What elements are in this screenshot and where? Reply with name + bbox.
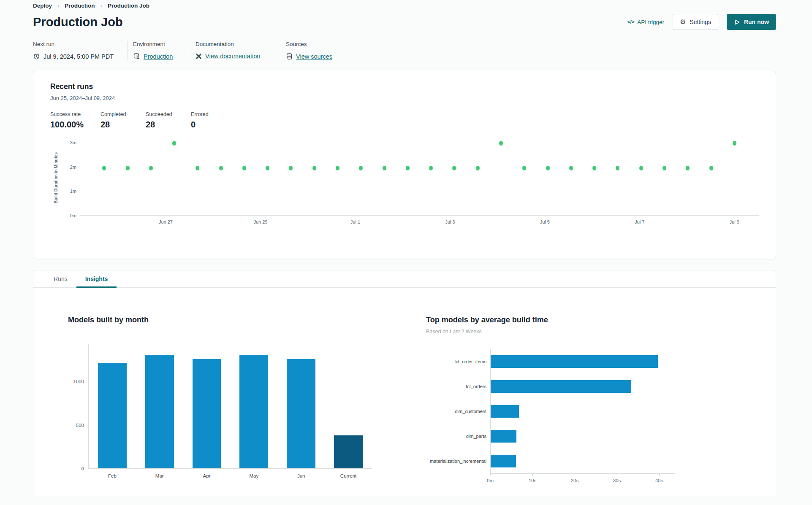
- month-y-tick: 0: [81, 466, 84, 471]
- month-y-tick: 1000: [73, 379, 84, 384]
- bar[interactable]: [491, 455, 516, 467]
- bar[interactable]: [239, 355, 268, 468]
- run-duration-dot[interactable]: [359, 166, 363, 170]
- scatter-x-tick: Jun 27: [159, 219, 173, 224]
- month-bar-jun: Jun: [287, 344, 315, 468]
- top-chart-x-axis: 0m10s20s30s40s: [490, 473, 675, 488]
- top-models-chart: Top models by average build time Based o…: [426, 316, 679, 488]
- job-info-row: Next run Jul 9, 2024, 5:00 PM PDT Enviro…: [33, 41, 776, 60]
- stat-succeeded: Succeeded 28: [146, 111, 191, 130]
- scatter-y-tick: 2m: [70, 165, 76, 170]
- page-title: Production Job: [33, 15, 123, 29]
- environment-link[interactable]: Production: [144, 53, 173, 60]
- scatter-x-tick: Jul 5: [540, 219, 550, 224]
- bar[interactable]: [98, 363, 127, 468]
- top-models-plot-area: fct_order_itemsfct_ordersdim_customersdi…: [426, 349, 679, 488]
- recent-runs-stats: Success rate 100.00% Completed 28 Succee…: [50, 111, 759, 130]
- breadcrumb-item-deploy[interactable]: Deploy: [33, 3, 52, 9]
- top-x-tick: 10s: [529, 478, 537, 483]
- database-icon: [286, 53, 293, 60]
- tab-runs[interactable]: Runs: [45, 270, 76, 287]
- run-duration-dot[interactable]: [522, 166, 526, 170]
- run-duration-dot[interactable]: [242, 166, 246, 170]
- top-x-tick: 20s: [571, 478, 579, 483]
- bar[interactable]: [193, 359, 221, 468]
- job-detail-card: Runs Insights Models built by month 0500…: [33, 270, 776, 496]
- models-built-title: Models built by month: [68, 316, 380, 324]
- build-duration-chart: Build Duration in Minutes 0m1m2m3m Jun 2…: [50, 140, 759, 216]
- run-duration-dot[interactable]: [266, 166, 269, 170]
- run-duration-dot[interactable]: [289, 166, 293, 170]
- run-duration-dot[interactable]: [172, 141, 176, 146]
- next-run-value: Jul 9, 2024, 5:00 PM PDT: [43, 53, 114, 60]
- month-bar-mar: Mar: [145, 344, 174, 468]
- month-chart-plot-area: FebMarAprMayJunCurrent: [88, 344, 372, 469]
- run-duration-dot[interactable]: [149, 166, 153, 170]
- bar[interactable]: [145, 355, 174, 468]
- scatter-y-tick: 0m: [70, 213, 76, 218]
- run-duration-dot[interactable]: [219, 166, 223, 170]
- month-x-label: May: [250, 473, 259, 478]
- scatter-x-tick: Jul 9: [730, 219, 739, 224]
- run-duration-dot[interactable]: [686, 166, 690, 170]
- run-now-label: Run now: [744, 19, 769, 25]
- documentation-label: Documentation: [196, 41, 281, 47]
- run-duration-dot[interactable]: [406, 166, 410, 170]
- environment-label: Environment: [133, 41, 189, 47]
- settings-button[interactable]: ⚙ Settings: [673, 14, 718, 30]
- run-duration-dot[interactable]: [733, 141, 736, 146]
- bar[interactable]: [491, 355, 658, 368]
- bar[interactable]: [334, 435, 363, 468]
- bar[interactable]: [491, 405, 519, 418]
- top-x-tick: 0m: [487, 478, 494, 483]
- top-model-row: fct_orders: [426, 374, 679, 399]
- run-duration-dot[interactable]: [429, 166, 433, 170]
- clock-icon: [33, 53, 40, 60]
- run-duration-dot[interactable]: [592, 166, 596, 170]
- scatter-x-tick: Jul 7: [635, 219, 644, 224]
- month-x-label: Jun: [297, 473, 305, 478]
- scatter-y-tick: 3m: [70, 140, 76, 145]
- top-model-label: materialization_incremental: [426, 459, 490, 464]
- month-x-label: Apr: [203, 473, 211, 478]
- bar[interactable]: [287, 359, 315, 468]
- top-model-row: dim_parts: [426, 424, 679, 448]
- run-now-button[interactable]: Run now: [727, 14, 776, 30]
- breadcrumb-item-production[interactable]: Production: [65, 3, 95, 9]
- top-x-tick: 30s: [613, 478, 621, 483]
- run-duration-dot[interactable]: [569, 166, 573, 170]
- view-sources-link[interactable]: View sources: [296, 53, 332, 60]
- run-duration-dot[interactable]: [709, 166, 713, 170]
- month-bar-current: Current: [334, 344, 363, 468]
- stat-success-rate: Success rate 100.00%: [50, 111, 100, 130]
- top-x-tick: 40s: [655, 478, 663, 483]
- chevron-right-icon: ›: [57, 3, 59, 9]
- recent-runs-title: Recent runs: [50, 82, 759, 91]
- top-model-row: materialization_incremental: [426, 448, 679, 473]
- next-run-label: Next run: [33, 41, 128, 47]
- run-duration-dot[interactable]: [312, 166, 316, 170]
- stat-completed: Completed 28: [100, 111, 146, 130]
- run-duration-dot[interactable]: [546, 166, 550, 170]
- page-header: Production Job </> API trigger ⚙ Setting…: [33, 14, 776, 30]
- run-duration-dot[interactable]: [616, 166, 619, 170]
- view-documentation-link[interactable]: View documentation: [205, 53, 260, 59]
- chevron-right-icon: ›: [100, 3, 102, 9]
- api-trigger-link[interactable]: </> API trigger: [627, 19, 664, 25]
- run-duration-dot[interactable]: [476, 166, 480, 170]
- run-duration-dot[interactable]: [126, 166, 130, 170]
- tab-insights[interactable]: Insights: [76, 270, 117, 287]
- run-duration-dot[interactable]: [452, 166, 456, 170]
- scatter-x-tick: Jul 3: [445, 219, 455, 224]
- run-duration-dot[interactable]: [499, 141, 503, 146]
- run-duration-dot[interactable]: [663, 166, 666, 170]
- run-duration-dot[interactable]: [102, 166, 106, 170]
- run-duration-dot[interactable]: [639, 166, 643, 170]
- scatter-plot-area: Jun 27Jun 29Jul 1Jul 3Jul 5Jul 7Jul 9: [80, 140, 759, 216]
- run-duration-dot[interactable]: [336, 166, 339, 170]
- scatter-y-tick: 1m: [70, 189, 76, 194]
- bar[interactable]: [491, 380, 631, 393]
- bar[interactable]: [491, 430, 516, 443]
- run-duration-dot[interactable]: [383, 166, 386, 170]
- run-duration-dot[interactable]: [196, 166, 199, 170]
